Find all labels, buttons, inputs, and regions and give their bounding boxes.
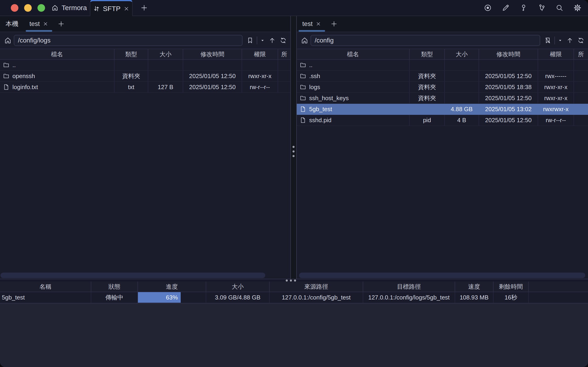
app-home-tab[interactable]: Termora bbox=[51, 4, 87, 12]
permissions-cell bbox=[538, 60, 574, 70]
type-cell bbox=[410, 104, 445, 114]
right-path-input[interactable] bbox=[311, 35, 540, 46]
column-header-1[interactable]: 類型 bbox=[410, 49, 445, 59]
right-refresh-button[interactable] bbox=[576, 35, 586, 46]
cell-text: ssh_host_keys bbox=[309, 95, 349, 102]
settings-button[interactable] bbox=[571, 1, 584, 14]
type-cell: 資料夾 bbox=[410, 71, 445, 81]
file-row-sshd.pid[interactable]: sshd.pidpid4 B2025/01/05 12:50rw-r--r-- bbox=[297, 115, 588, 126]
cell-text: 狀態 bbox=[109, 283, 120, 291]
cell-text: txt bbox=[128, 83, 134, 91]
plus-icon bbox=[330, 20, 338, 28]
file-row-.ssh[interactable]: .ssh資料夾2025/01/05 12:50rwx------ bbox=[297, 71, 588, 82]
column-header-7[interactable]: 剩餘時間 bbox=[494, 282, 529, 292]
right-tab-close-icon[interactable] bbox=[315, 21, 321, 27]
column-header-2[interactable]: 進度 bbox=[138, 282, 206, 292]
left-bookmark-dropdown-button[interactable] bbox=[259, 35, 266, 46]
column-header-4[interactable]: 權限 bbox=[242, 49, 278, 59]
file-row-loginfo.txt[interactable]: loginfo.txttxt127 B2025/01/05 12:50rw-r-… bbox=[0, 82, 290, 93]
tab-sftp[interactable]: SFTP bbox=[90, 0, 133, 16]
cell-text: 4 B bbox=[457, 117, 466, 124]
divider bbox=[554, 36, 555, 44]
left-refresh-button[interactable] bbox=[278, 35, 289, 46]
left-path-input[interactable] bbox=[14, 35, 242, 46]
type-cell bbox=[114, 60, 148, 70]
right-table-header: 檔名類型大小修改時間權限所 bbox=[297, 49, 588, 60]
owner-cell bbox=[574, 82, 588, 92]
right-bookmark-dropdown-button[interactable] bbox=[556, 35, 564, 46]
minimize-window-button[interactable] bbox=[24, 4, 32, 12]
column-header-2[interactable]: 大小 bbox=[148, 49, 183, 59]
transfer-source-cell: 127.0.0.1:/config/5gb_test bbox=[270, 292, 363, 303]
keychain-button[interactable] bbox=[535, 1, 548, 14]
record-button[interactable] bbox=[481, 1, 494, 14]
right-home-button[interactable] bbox=[298, 34, 311, 46]
column-header-0[interactable]: 檔名 bbox=[297, 49, 410, 59]
edit-button[interactable] bbox=[499, 1, 512, 14]
close-window-button[interactable] bbox=[11, 4, 18, 12]
file-row-5gb_test[interactable]: 5gb_test4.88 GB2025/01/05 13:02rwxrwxr-x bbox=[297, 104, 588, 115]
left-home-button[interactable] bbox=[2, 34, 14, 46]
column-header-0[interactable]: 名稱 bbox=[0, 282, 91, 292]
left-parent-dir-button[interactable] bbox=[267, 35, 277, 46]
active-tab-underline bbox=[26, 30, 52, 32]
modified-cell: 2025/01/05 13:02 bbox=[479, 104, 538, 114]
cell-text: 資料夾 bbox=[418, 83, 436, 91]
pane-splitter[interactable] bbox=[290, 16, 297, 279]
right-bookmark-button[interactable] bbox=[543, 35, 553, 46]
zoom-window-button[interactable] bbox=[37, 4, 45, 12]
permissions-cell: rwxrwxr-x bbox=[538, 104, 574, 114]
new-tab-button[interactable] bbox=[138, 1, 151, 14]
column-header-6[interactable]: 速度 bbox=[455, 282, 494, 292]
cell-text: 所 bbox=[281, 50, 287, 58]
cell-text: openssh bbox=[12, 73, 35, 80]
left-tab-close-icon[interactable] bbox=[43, 21, 49, 27]
cell-text: 檔名 bbox=[51, 50, 63, 58]
column-header-3[interactable]: 大小 bbox=[206, 282, 270, 292]
owner-cell bbox=[574, 115, 588, 125]
cell-text: 2025/01/05 12:50 bbox=[485, 117, 531, 124]
column-header-5[interactable]: 所 bbox=[574, 49, 588, 59]
filename-cell: .. bbox=[0, 60, 114, 70]
right-scrollbar-thumb[interactable] bbox=[299, 273, 585, 278]
column-header-3[interactable]: 修改時間 bbox=[183, 49, 242, 59]
search-button[interactable] bbox=[553, 1, 566, 14]
right-tab-test[interactable]: test bbox=[297, 16, 327, 32]
permissions-cell bbox=[242, 60, 278, 70]
right-add-tab-button[interactable] bbox=[328, 16, 340, 32]
cell-text: 大小 bbox=[232, 283, 244, 291]
column-header-1[interactable]: 類型 bbox=[114, 49, 148, 59]
right-tab-test-label: test bbox=[302, 20, 313, 28]
type-cell: 資料夾 bbox=[410, 93, 445, 103]
column-header-4[interactable]: 來源路徑 bbox=[270, 282, 363, 292]
column-header-4[interactable]: 權限 bbox=[538, 49, 574, 59]
left-tab-test[interactable]: test bbox=[24, 16, 54, 32]
column-header-1[interactable]: 狀態 bbox=[91, 282, 138, 292]
right-parent-dir-button[interactable] bbox=[564, 35, 575, 46]
key-manager-button[interactable] bbox=[517, 1, 530, 14]
modified-cell: 2025/01/05 18:38 bbox=[479, 82, 538, 92]
column-header-3[interactable]: 修改時間 bbox=[479, 49, 538, 59]
column-header-8[interactable] bbox=[529, 282, 588, 292]
bookmark-icon bbox=[247, 37, 254, 44]
tab-close-icon[interactable] bbox=[123, 6, 130, 12]
left-bookmark-button[interactable] bbox=[245, 35, 255, 46]
file-row-..[interactable]: .. bbox=[297, 60, 588, 71]
left-tab-local[interactable]: 本機 bbox=[0, 16, 24, 32]
column-header-5[interactable]: 目標路徑 bbox=[363, 282, 455, 292]
cell-text: 修改時間 bbox=[200, 50, 224, 58]
left-scrollbar-thumb[interactable] bbox=[0, 273, 265, 278]
file-row-logs[interactable]: logs資料夾2025/01/05 18:38rwxr-xr-x bbox=[297, 82, 588, 93]
transfer-panel-splitter[interactable] bbox=[0, 279, 588, 282]
file-row-..[interactable]: .. bbox=[0, 60, 290, 71]
size-cell bbox=[445, 60, 479, 70]
file-row-ssh_host_keys[interactable]: ssh_host_keys資料夾2025/01/05 12:50rwxr-xr-… bbox=[297, 93, 588, 104]
left-add-tab-button[interactable] bbox=[55, 16, 67, 32]
owner-cell bbox=[278, 60, 290, 70]
column-header-2[interactable]: 大小 bbox=[445, 49, 479, 59]
column-header-0[interactable]: 檔名 bbox=[0, 49, 114, 59]
refresh-icon bbox=[280, 37, 287, 44]
column-header-5[interactable]: 所 bbox=[278, 49, 290, 59]
transfer-row-5gb_test[interactable]: 5gb_test傳輸中63%3.09 GB/4.88 GB127.0.0.1:/… bbox=[0, 292, 588, 303]
file-row-openssh[interactable]: openssh資料夾2025/01/05 12:50rwxr-xr-x bbox=[0, 71, 290, 82]
